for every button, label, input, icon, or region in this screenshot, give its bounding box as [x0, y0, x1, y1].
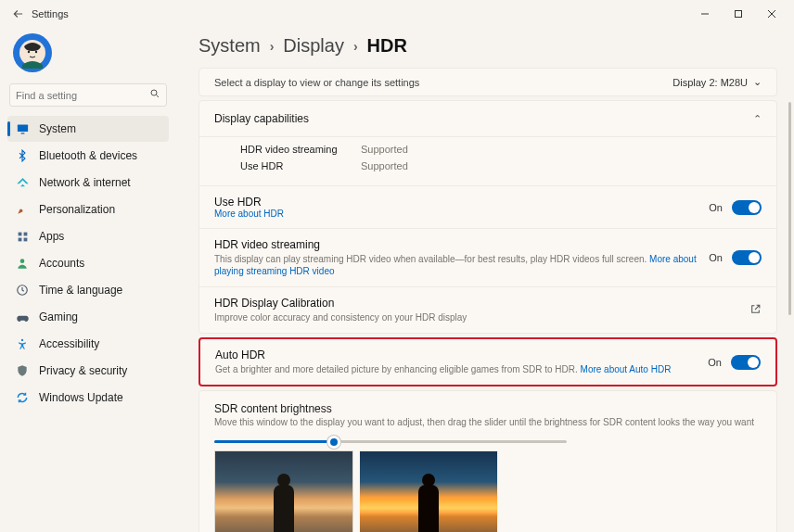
display-select-label: Select a display to view or change its s…	[214, 77, 419, 88]
toggle-state: On	[709, 202, 723, 213]
display-select-card: Select a display to view or change its s…	[198, 68, 777, 96]
more-auto-hdr-link[interactable]: More about Auto HDR	[581, 364, 672, 374]
capability-key: HDR video streaming	[240, 144, 361, 155]
window-controls	[688, 5, 788, 23]
sdr-title: SDR content brightness	[214, 402, 762, 415]
svg-rect-0	[736, 11, 742, 18]
accessibility-icon	[15, 336, 30, 351]
shield-icon	[15, 363, 30, 378]
sdr-brightness-card: SDR content brightness Move this window …	[198, 390, 777, 532]
display-select-dropdown[interactable]: Display 2: M28U ⌄	[672, 76, 762, 88]
user-avatar[interactable]	[13, 33, 52, 72]
hdr-streaming-title: HDR video streaming	[214, 238, 709, 251]
nav-item-update[interactable]: Windows Update	[7, 385, 169, 411]
nav-label: Apps	[39, 230, 64, 243]
wifi-icon	[15, 175, 30, 190]
sdr-sub: Move this window to the display you want…	[214, 417, 762, 427]
nav-item-gaming[interactable]: Gaming	[7, 304, 169, 330]
sdr-brightness-slider[interactable]	[214, 440, 567, 443]
nav-item-privacy[interactable]: Privacy & security	[7, 358, 169, 384]
chevron-up-icon: ⌃	[753, 113, 762, 125]
search-input[interactable]	[16, 90, 149, 101]
nav-item-personalization[interactable]: Personalization	[7, 196, 169, 222]
more-about-hdr-link[interactable]: More about HDR	[214, 209, 709, 219]
capabilities-header[interactable]: Display capabilities ⌃	[199, 101, 776, 137]
nav-label: Gaming	[39, 310, 78, 323]
sdr-preview-image	[214, 450, 353, 532]
brush-icon	[15, 202, 30, 217]
nav-item-accessibility[interactable]: Accessibility	[7, 331, 169, 357]
use-hdr-title: Use HDR	[214, 196, 709, 209]
auto-hdr-title: Auto HDR	[215, 348, 708, 361]
nav-item-bluetooth[interactable]: Bluetooth & devices	[7, 143, 169, 169]
auto-hdr-sub: Get a brighter and more detailed picture…	[215, 363, 708, 375]
maximize-button[interactable]	[722, 5, 755, 23]
svg-rect-8	[23, 232, 27, 235]
nav-label: System	[39, 122, 76, 135]
toggle-state: On	[709, 252, 723, 263]
hdr-streaming-toggle[interactable]	[732, 250, 762, 265]
open-external-icon[interactable]	[749, 303, 762, 318]
clock-icon	[15, 283, 30, 298]
hdr-calibration-row[interactable]: HDR Display Calibration Improve color ac…	[199, 287, 776, 333]
svg-rect-9	[18, 237, 21, 241]
calibration-sub: Improve color accuracy and consistency o…	[214, 311, 749, 323]
nav-item-time[interactable]: Time & language	[7, 277, 169, 303]
breadcrumb-system[interactable]: System	[198, 35, 261, 57]
auto-hdr-toggle[interactable]	[731, 355, 761, 370]
use-hdr-toggle[interactable]	[732, 200, 762, 215]
toggle-state: On	[708, 357, 722, 368]
bluetooth-icon	[15, 148, 30, 163]
minimize-button[interactable]	[688, 5, 722, 23]
capability-value: Supported	[361, 160, 408, 171]
nav-item-accounts[interactable]: Accounts	[7, 250, 169, 276]
capability-row: HDR video streaming Supported	[240, 141, 762, 158]
sdr-preview: SDR content	[214, 450, 353, 532]
grid-icon	[15, 229, 30, 244]
nav-label: Network & internet	[39, 176, 131, 189]
capability-row: Use HDR Supported	[240, 158, 762, 174]
svg-point-13	[21, 339, 23, 341]
svg-point-2	[28, 51, 30, 53]
use-hdr-row: Use HDR More about HDR On	[199, 186, 776, 228]
nav-label: Accessibility	[39, 337, 99, 350]
auto-hdr-card: Auto HDR Get a brighter and more detaile…	[198, 337, 777, 386]
auto-hdr-row: Auto HDR Get a brighter and more detaile…	[200, 339, 775, 385]
svg-rect-5	[17, 124, 27, 132]
display-capabilities-card: Display capabilities ⌃ HDR video streami…	[198, 100, 777, 334]
chevron-right-icon: ›	[353, 39, 358, 54]
nav-item-network[interactable]: Network & internet	[7, 170, 169, 196]
person-icon	[15, 256, 30, 271]
back-button[interactable]	[6, 7, 32, 20]
search-box[interactable]	[9, 83, 167, 107]
chevron-down-icon: ⌄	[753, 76, 762, 88]
hdr-streaming-sub: This display can play streaming HDR vide…	[214, 253, 709, 277]
search-icon	[149, 88, 160, 102]
scrollbar[interactable]	[788, 102, 791, 315]
slider-thumb[interactable]	[327, 436, 340, 449]
breadcrumb-hdr: HDR	[367, 35, 407, 57]
chevron-right-icon: ›	[270, 39, 275, 54]
calibration-title: HDR Display Calibration	[214, 297, 749, 310]
nav-label: Privacy & security	[39, 364, 127, 377]
window-title: Settings	[32, 8, 69, 19]
svg-rect-6	[20, 133, 24, 133]
nav-item-apps[interactable]: Apps	[7, 223, 169, 249]
update-icon	[15, 390, 30, 405]
nav-item-system[interactable]: System	[7, 116, 169, 142]
close-button[interactable]	[755, 5, 788, 23]
svg-point-3	[35, 51, 37, 53]
breadcrumb-display[interactable]: Display	[283, 35, 344, 57]
svg-rect-7	[18, 232, 21, 235]
nav-label: Windows Update	[39, 391, 123, 404]
nav-label: Time & language	[39, 284, 122, 297]
nav-label: Bluetooth & devices	[39, 149, 137, 162]
breadcrumb: System › Display › HDR	[198, 35, 777, 57]
gamepad-icon	[15, 310, 30, 324]
capability-key: Use HDR	[240, 160, 361, 171]
monitor-icon	[15, 121, 30, 136]
capabilities-title: Display capabilities	[214, 112, 309, 125]
sidebar: System Bluetooth & devices Network & int…	[0, 28, 176, 532]
hdr-preview-image	[359, 450, 498, 532]
nav-label: Accounts	[39, 257, 84, 270]
